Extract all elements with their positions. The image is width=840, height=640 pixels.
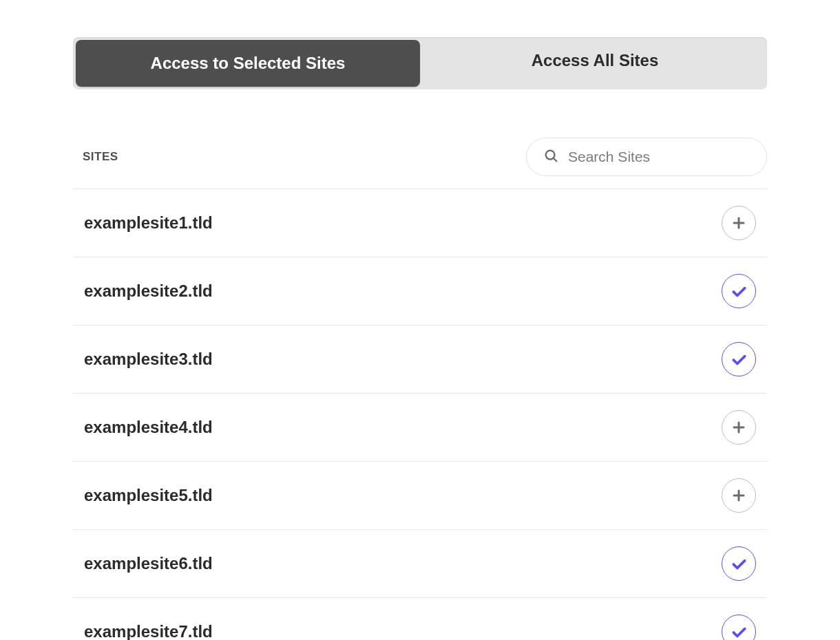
deselect-site-button[interactable] [722, 274, 756, 308]
tab-access-selected[interactable]: Access to Selected Sites [76, 40, 420, 87]
sites-header: SITES [73, 138, 767, 189]
check-icon [730, 555, 748, 573]
plus-icon [731, 487, 747, 504]
add-site-button[interactable] [722, 478, 756, 513]
deselect-site-button[interactable] [722, 615, 756, 640]
add-site-button[interactable] [722, 206, 756, 240]
site-name: examplesite7.tld [84, 622, 213, 640]
deselect-site-button[interactable] [722, 546, 756, 581]
plus-icon [731, 419, 747, 436]
site-name: examplesite4.tld [84, 418, 213, 437]
site-name: examplesite1.tld [84, 213, 213, 233]
plus-icon [731, 215, 747, 231]
site-row: examplesite2.tld [73, 257, 767, 326]
sites-list: examplesite1.tldexamplesite2.tldexamples… [73, 189, 767, 640]
check-icon [730, 282, 748, 300]
site-row: examplesite3.tld [73, 326, 767, 394]
site-row: examplesite6.tld [73, 530, 767, 598]
search-icon [543, 148, 558, 166]
sites-header-title: SITES [73, 150, 118, 164]
site-row: examplesite7.tld [73, 598, 767, 640]
check-icon [730, 623, 748, 640]
site-row: examplesite4.tld [73, 394, 767, 462]
add-site-button[interactable] [722, 410, 756, 445]
site-name: examplesite3.tld [84, 350, 213, 369]
site-row: examplesite5.tld [73, 462, 767, 530]
tab-access-all[interactable]: Access All Sites [423, 37, 767, 89]
svg-line-1 [554, 158, 556, 161]
site-name: examplesite6.tld [84, 554, 213, 573]
check-icon [730, 350, 748, 368]
search-input[interactable] [568, 149, 750, 165]
site-name: examplesite5.tld [84, 486, 213, 505]
site-row: examplesite1.tld [73, 189, 767, 257]
access-mode-tabs: Access to Selected Sites Access All Site… [73, 37, 767, 89]
deselect-site-button[interactable] [722, 342, 756, 376]
search-container [526, 138, 767, 176]
site-name: examplesite2.tld [84, 281, 213, 301]
